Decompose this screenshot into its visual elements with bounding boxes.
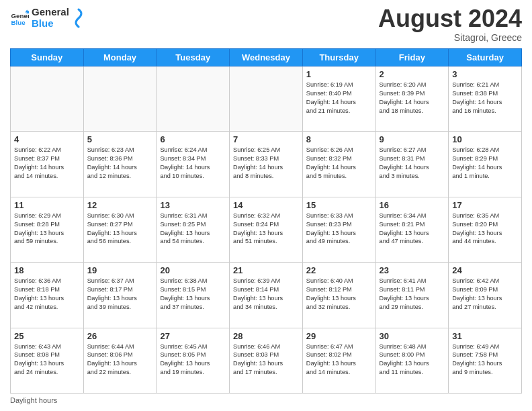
day-number: 11	[14, 200, 80, 210]
table-row: 18Sunrise: 6:36 AM Sunset: 8:18 PM Dayli…	[11, 263, 84, 328]
day-info: Sunrise: 6:22 AM Sunset: 8:37 PM Dayligh…	[14, 146, 80, 181]
table-row: 9Sunrise: 6:27 AM Sunset: 8:31 PM Daylig…	[375, 132, 449, 197]
table-row: 13Sunrise: 6:31 AM Sunset: 8:25 PM Dayli…	[157, 197, 230, 262]
day-number: 4	[14, 134, 80, 144]
day-number: 6	[160, 134, 226, 144]
day-number: 27	[160, 331, 226, 341]
day-info: Sunrise: 6:31 AM Sunset: 8:25 PM Dayligh…	[160, 212, 226, 246]
calendar-week-row: 11Sunrise: 6:29 AM Sunset: 8:28 PM Dayli…	[11, 197, 522, 262]
calendar-week-row: 18Sunrise: 6:36 AM Sunset: 8:18 PM Dayli…	[11, 263, 522, 328]
day-info: Sunrise: 6:44 AM Sunset: 8:06 PM Dayligh…	[87, 342, 153, 377]
day-number: 21	[233, 265, 299, 275]
day-number: 22	[306, 265, 372, 275]
calendar-header-row: Sunday Monday Tuesday Wednesday Thursday…	[11, 49, 522, 66]
table-row	[11, 66, 84, 132]
day-info: Sunrise: 6:36 AM Sunset: 8:18 PM Dayligh…	[14, 277, 80, 312]
day-number: 2	[380, 69, 445, 79]
month-title: August 2024	[378, 7, 522, 31]
day-number: 10	[452, 134, 518, 144]
table-row: 3Sunrise: 6:21 AM Sunset: 8:38 PM Daylig…	[449, 66, 522, 132]
day-number: 24	[452, 265, 518, 275]
table-row: 22Sunrise: 6:40 AM Sunset: 8:12 PM Dayli…	[302, 263, 375, 328]
day-info: Sunrise: 6:19 AM Sunset: 8:40 PM Dayligh…	[306, 81, 372, 116]
day-number: 19	[87, 265, 153, 275]
day-info: Sunrise: 6:46 AM Sunset: 8:03 PM Dayligh…	[233, 342, 299, 377]
table-row: 26Sunrise: 6:44 AM Sunset: 8:06 PM Dayli…	[83, 328, 157, 393]
col-saturday: Saturday	[449, 49, 522, 66]
logo-blue-text: Blue	[32, 18, 69, 30]
table-row: 17Sunrise: 6:35 AM Sunset: 8:20 PM Dayli…	[449, 197, 522, 262]
day-number: 31	[452, 331, 518, 341]
day-info: Sunrise: 6:20 AM Sunset: 8:39 PM Dayligh…	[380, 81, 445, 116]
table-row	[230, 66, 303, 132]
day-number: 14	[233, 200, 299, 210]
day-info: Sunrise: 6:30 AM Sunset: 8:27 PM Dayligh…	[87, 212, 153, 246]
day-number: 1	[306, 69, 372, 79]
day-info: Sunrise: 6:45 AM Sunset: 8:05 PM Dayligh…	[160, 342, 226, 377]
day-info: Sunrise: 6:29 AM Sunset: 8:28 PM Dayligh…	[14, 212, 80, 246]
col-tuesday: Tuesday	[157, 49, 230, 66]
table-row: 21Sunrise: 6:39 AM Sunset: 8:14 PM Dayli…	[230, 263, 303, 328]
table-row: 15Sunrise: 6:33 AM Sunset: 8:23 PM Dayli…	[302, 197, 375, 262]
calendar-week-row: 1Sunrise: 6:19 AM Sunset: 8:40 PM Daylig…	[11, 66, 522, 132]
day-number: 17	[452, 200, 518, 210]
day-info: Sunrise: 6:26 AM Sunset: 8:32 PM Dayligh…	[306, 146, 372, 181]
calendar-week-row: 25Sunrise: 6:43 AM Sunset: 8:08 PM Dayli…	[11, 328, 522, 393]
day-number: 13	[160, 200, 226, 210]
day-info: Sunrise: 6:42 AM Sunset: 8:09 PM Dayligh…	[452, 277, 518, 312]
day-number: 5	[87, 134, 153, 144]
day-info: Sunrise: 6:37 AM Sunset: 8:17 PM Dayligh…	[87, 277, 153, 312]
col-wednesday: Wednesday	[230, 49, 303, 66]
page: General Blue General Blue August 2024 Si…	[0, 0, 532, 411]
day-info: Sunrise: 6:41 AM Sunset: 8:11 PM Dayligh…	[380, 277, 445, 312]
day-number: 28	[233, 331, 299, 341]
table-row: 30Sunrise: 6:48 AM Sunset: 8:00 PM Dayli…	[375, 328, 449, 393]
day-info: Sunrise: 6:39 AM Sunset: 8:14 PM Dayligh…	[233, 277, 299, 312]
table-row: 5Sunrise: 6:23 AM Sunset: 8:36 PM Daylig…	[83, 132, 157, 197]
day-number: 18	[14, 265, 80, 275]
table-row: 8Sunrise: 6:26 AM Sunset: 8:32 PM Daylig…	[302, 132, 375, 197]
header: General Blue General Blue August 2024 Si…	[10, 7, 522, 43]
col-friday: Friday	[375, 49, 449, 66]
logo-wave-icon	[72, 8, 85, 28]
table-row	[83, 66, 157, 132]
day-number: 25	[14, 331, 80, 341]
day-number: 12	[87, 200, 153, 210]
table-row: 12Sunrise: 6:30 AM Sunset: 8:27 PM Dayli…	[83, 197, 157, 262]
day-info: Sunrise: 6:24 AM Sunset: 8:34 PM Dayligh…	[160, 146, 226, 181]
table-row: 23Sunrise: 6:41 AM Sunset: 8:11 PM Dayli…	[375, 263, 449, 328]
day-number: 15	[306, 200, 372, 210]
table-row: 4Sunrise: 6:22 AM Sunset: 8:37 PM Daylig…	[11, 132, 84, 197]
day-number: 8	[306, 134, 372, 144]
logo-icon: General Blue	[10, 9, 29, 28]
table-row: 7Sunrise: 6:25 AM Sunset: 8:33 PM Daylig…	[230, 132, 303, 197]
day-info: Sunrise: 6:21 AM Sunset: 8:38 PM Dayligh…	[452, 81, 518, 116]
logo-general-text: General	[32, 7, 69, 18]
day-info: Sunrise: 6:40 AM Sunset: 8:12 PM Dayligh…	[306, 277, 372, 312]
day-info: Sunrise: 6:32 AM Sunset: 8:24 PM Dayligh…	[233, 212, 299, 246]
day-info: Sunrise: 6:35 AM Sunset: 8:20 PM Dayligh…	[452, 212, 518, 246]
day-info: Sunrise: 6:38 AM Sunset: 8:15 PM Dayligh…	[160, 277, 226, 312]
day-info: Sunrise: 6:48 AM Sunset: 8:00 PM Dayligh…	[380, 342, 445, 377]
day-number: 16	[380, 200, 445, 210]
day-info: Sunrise: 6:23 AM Sunset: 8:36 PM Dayligh…	[87, 146, 153, 181]
calendar-table: Sunday Monday Tuesday Wednesday Thursday…	[10, 48, 522, 394]
day-info: Sunrise: 6:27 AM Sunset: 8:31 PM Dayligh…	[380, 146, 445, 181]
day-info: Sunrise: 6:33 AM Sunset: 8:23 PM Dayligh…	[306, 212, 372, 246]
day-info: Sunrise: 6:43 AM Sunset: 8:08 PM Dayligh…	[14, 342, 80, 377]
location-subtitle: Sitagroi, Greece	[378, 32, 522, 43]
table-row: 24Sunrise: 6:42 AM Sunset: 8:09 PM Dayli…	[449, 263, 522, 328]
table-row: 10Sunrise: 6:28 AM Sunset: 8:29 PM Dayli…	[449, 132, 522, 197]
table-row: 29Sunrise: 6:47 AM Sunset: 8:02 PM Dayli…	[302, 328, 375, 393]
table-row: 31Sunrise: 6:49 AM Sunset: 7:58 PM Dayli…	[449, 328, 522, 393]
day-info: Sunrise: 6:47 AM Sunset: 8:02 PM Dayligh…	[306, 342, 372, 377]
day-info: Sunrise: 6:28 AM Sunset: 8:29 PM Dayligh…	[452, 146, 518, 181]
day-number: 30	[380, 331, 445, 341]
table-row: 11Sunrise: 6:29 AM Sunset: 8:28 PM Dayli…	[11, 197, 84, 262]
day-number: 9	[380, 134, 445, 144]
col-monday: Monday	[83, 49, 157, 66]
table-row: 25Sunrise: 6:43 AM Sunset: 8:08 PM Dayli…	[11, 328, 84, 393]
day-number: 29	[306, 331, 372, 341]
col-thursday: Thursday	[302, 49, 375, 66]
table-row: 27Sunrise: 6:45 AM Sunset: 8:05 PM Dayli…	[157, 328, 230, 393]
